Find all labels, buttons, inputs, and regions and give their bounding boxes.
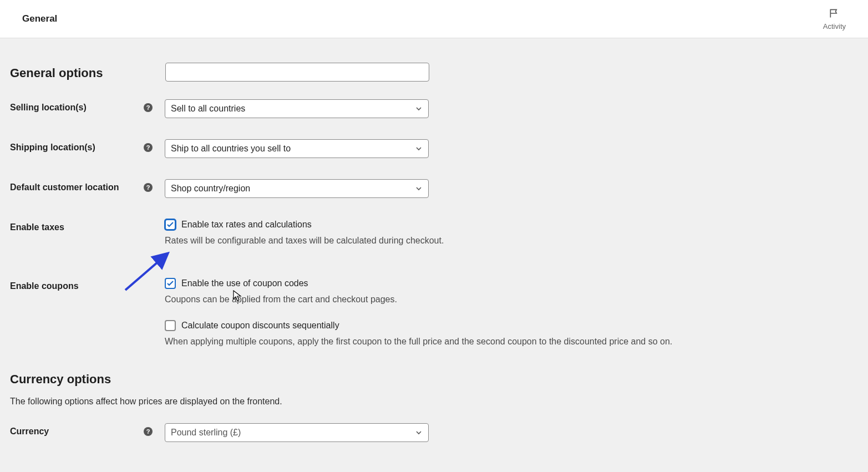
field-row-selling-locations: Selling location(s) ? Sell to all countr… [10, 99, 858, 118]
settings-content: General options Selling location(s) ? Se… [0, 66, 868, 442]
help-icon[interactable]: ? [144, 183, 153, 192]
enable-taxes-checkbox[interactable] [165, 219, 176, 230]
page-title: General [22, 13, 57, 24]
currency-options-heading: Currency options [10, 372, 858, 387]
selling-locations-value: Sell to all countries [171, 104, 245, 114]
flag-icon [829, 8, 840, 21]
field-row-currency: Currency ? Pound sterling (£) [10, 423, 858, 442]
enable-coupons-checkbox[interactable] [165, 278, 176, 289]
help-icon[interactable]: ? [144, 143, 153, 152]
selling-locations-label: Selling location(s) [10, 103, 141, 113]
enable-taxes-description: Rates will be configurable and taxes wil… [165, 236, 858, 246]
help-icon[interactable]: ? [144, 427, 153, 436]
truncated-select-above[interactable] [165, 63, 429, 82]
currency-value: Pound sterling (£) [171, 428, 241, 438]
activity-button[interactable]: Activity [823, 8, 846, 31]
enable-taxes-label: Enable taxes [10, 222, 153, 232]
chevron-down-icon [415, 185, 423, 192]
currency-label: Currency [10, 427, 141, 437]
enable-coupons-label: Enable coupons [10, 281, 153, 291]
currency-options-description: The following options affect how prices … [10, 397, 858, 407]
default-customer-location-value: Shop country/region [171, 184, 250, 194]
default-customer-location-select[interactable]: Shop country/region [165, 179, 429, 198]
checkmark-icon [166, 221, 174, 229]
field-row-default-customer-location: Default customer location ? Shop country… [10, 179, 858, 198]
help-icon[interactable]: ? [144, 103, 153, 112]
enable-taxes-checkbox-label: Enable tax rates and calculations [181, 220, 312, 230]
activity-label: Activity [823, 22, 846, 31]
chevron-down-icon [415, 145, 423, 153]
selling-locations-select[interactable]: Sell to all countries [165, 99, 429, 118]
field-row-shipping-locations: Shipping location(s) ? Ship to all count… [10, 139, 858, 158]
shipping-locations-select[interactable]: Ship to all countries you sell to [165, 139, 429, 158]
general-options-heading: General options [10, 66, 858, 80]
calculate-sequentially-checkbox[interactable] [165, 320, 176, 331]
default-customer-location-label: Default customer location [10, 182, 141, 192]
chevron-down-icon [415, 429, 423, 437]
calculate-sequentially-checkbox-label: Calculate coupon discounts sequentially [181, 321, 339, 331]
currency-select[interactable]: Pound sterling (£) [165, 423, 429, 442]
calculate-sequentially-description: When applying multiple coupons, apply th… [165, 337, 858, 347]
header-bar: General Activity [0, 0, 868, 38]
chevron-down-icon [415, 105, 423, 113]
field-row-enable-taxes: Enable taxes Enable tax rates and calcul… [10, 219, 858, 261]
enable-coupons-checkbox-label: Enable the use of coupon codes [181, 278, 308, 288]
shipping-locations-value: Ship to all countries you sell to [171, 144, 291, 154]
field-row-enable-coupons: Enable coupons Enable the use of coupon … [10, 278, 858, 347]
enable-coupons-description: Coupons can be applied from the cart and… [165, 295, 858, 304]
shipping-locations-label: Shipping location(s) [10, 143, 141, 153]
checkmark-icon [166, 280, 174, 287]
